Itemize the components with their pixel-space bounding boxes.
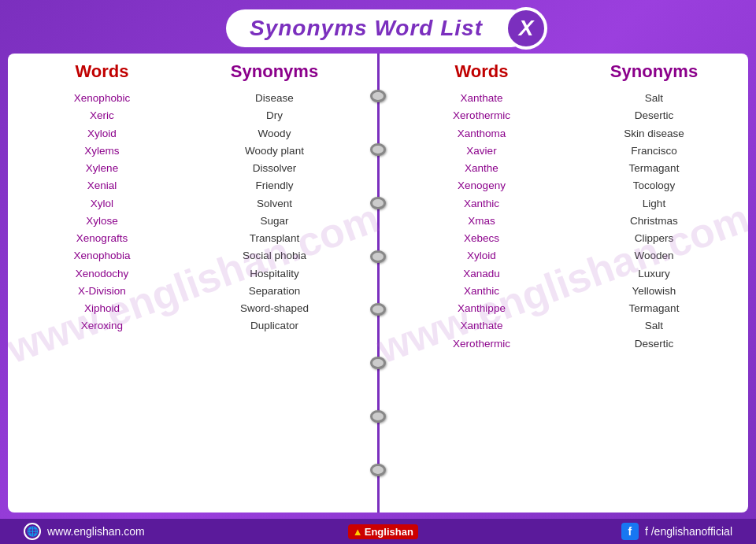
footer-url: www.englishan.com	[47, 525, 145, 538]
footer-logo: ▲ Englishan	[348, 524, 418, 539]
list-item: Dissolver	[253, 160, 297, 177]
footer-social: f f /englishanofficial	[621, 523, 732, 540]
list-item: Xylol	[91, 195, 113, 213]
list-item: Light	[643, 195, 665, 213]
list-item: Xavier	[466, 142, 496, 160]
list-item: Wooden	[634, 247, 673, 265]
left-synonyms-col: DiseaseDryWoodyWoody plantDissolverFrien…	[188, 90, 361, 505]
logo-label: Englishan	[365, 526, 413, 538]
left-col-headers: Words Synonyms	[16, 61, 361, 85]
list-item: Desertic	[635, 107, 674, 124]
right-synonyms-header: Synonyms	[568, 61, 740, 82]
footer-social-text: f /englishanofficial	[645, 525, 732, 538]
list-item: Xylene	[86, 160, 118, 177]
list-item: Salt	[645, 317, 663, 335]
list-item: Luxury	[638, 265, 670, 283]
globe-icon: 🌐	[24, 523, 41, 540]
right-panel: Words Synonyms XanthateXerothermicXantho…	[378, 54, 748, 513]
list-item: Skin disease	[624, 125, 684, 142]
spiral-ring	[370, 464, 386, 476]
footer: 🌐 www.englishan.com ▲ Englishan f f /eng…	[0, 519, 756, 544]
list-item: Termagant	[629, 300, 680, 317]
list-item: Yellowish	[632, 283, 676, 300]
list-item: Woody	[258, 125, 291, 142]
list-item: Xanadu	[463, 265, 500, 283]
list-item: Xenogeny	[458, 177, 506, 194]
list-item: Disease	[255, 90, 294, 107]
list-item: Xenial	[87, 177, 117, 194]
header-title: Synonyms Word List	[250, 16, 483, 41]
list-item: Xenografts	[76, 230, 128, 247]
right-words-col: XanthateXerothermicXanthomaXavierXantheX…	[395, 90, 568, 505]
spiral-ring	[370, 410, 386, 423]
left-synonyms-header: Synonyms	[188, 61, 361, 82]
spiral-ring	[370, 303, 386, 316]
list-item: Xiphoid	[84, 300, 120, 317]
list-item: Xanthoma	[458, 125, 506, 142]
list-item: Woody plant	[245, 142, 304, 160]
list-item: Xerothermic	[453, 335, 510, 353]
left-panel: Words Synonyms XenophobicXericXyloidXyle…	[8, 54, 378, 513]
list-item: Francisco	[631, 142, 677, 160]
list-item: Xanthate	[460, 317, 502, 335]
list-item: Clippers	[635, 230, 674, 247]
list-item: Termagant	[629, 160, 680, 177]
list-item: Solvent	[257, 195, 292, 213]
list-item: Xanthippe	[458, 300, 506, 317]
list-item: Duplicator	[250, 317, 298, 335]
list-item: Xanthe	[465, 160, 498, 177]
list-item: Desertic	[635, 335, 674, 353]
list-item: Xebecs	[464, 230, 499, 247]
list-item: Christmas	[630, 213, 678, 230]
spiral-ring	[370, 143, 386, 156]
list-item: Xenophobia	[73, 247, 130, 265]
header-x-badge: X	[505, 7, 547, 50]
facebook-icon: f	[621, 523, 639, 540]
spiral-binding	[369, 54, 387, 513]
list-item: Xanthate	[460, 90, 502, 107]
right-words-header: Words	[395, 61, 568, 82]
list-item: Salt	[645, 90, 663, 107]
list-item: Xerothermic	[453, 107, 510, 124]
list-item: Dry	[266, 107, 283, 124]
list-item: Xeroxing	[81, 317, 123, 335]
list-item: Xanthic	[464, 195, 499, 213]
list-item: Xenophobic	[74, 90, 130, 107]
left-words-col: XenophobicXericXyloidXylemsXyleneXenialX…	[16, 90, 188, 505]
list-item: Transplant	[250, 230, 299, 247]
list-item: Xyloid	[87, 125, 117, 142]
list-item: Xyloid	[467, 247, 496, 265]
footer-website: 🌐 www.englishan.com	[24, 523, 145, 540]
list-item: Tocology	[633, 177, 675, 194]
list-item: Hospitality	[250, 265, 298, 283]
list-item: Xylose	[86, 213, 118, 230]
spiral-ring	[370, 250, 386, 263]
list-item: Xmas	[468, 213, 495, 230]
list-item: Separation	[249, 283, 300, 300]
header-pill: Synonyms Word List X	[226, 9, 530, 47]
list-item: Sword-shaped	[240, 300, 309, 317]
list-item: X-Division	[78, 283, 126, 300]
spiral-ring	[370, 197, 386, 209]
list-item: Xanthic	[464, 283, 499, 300]
left-words-header: Words	[16, 61, 188, 82]
list-item: Xeric	[90, 107, 114, 124]
list-item: Social phobia	[243, 247, 306, 265]
right-word-rows: XanthateXerothermicXanthomaXavierXantheX…	[395, 90, 740, 505]
header: Synonyms Word List X	[0, 0, 756, 54]
logo-box: ▲ Englishan	[348, 524, 418, 539]
spiral-ring	[370, 90, 386, 102]
list-item: Friendly	[255, 177, 293, 194]
list-item: Sugar	[260, 213, 288, 230]
left-word-rows: XenophobicXericXyloidXylemsXyleneXenialX…	[16, 90, 361, 505]
right-synonyms-col: SaltDeserticSkin diseaseFranciscoTermaga…	[568, 90, 740, 505]
list-item: Xenodochy	[76, 265, 129, 283]
main-content: www.englishan.com www.englishan.com Word…	[8, 54, 748, 513]
right-col-headers: Words Synonyms	[395, 61, 740, 85]
spiral-ring	[370, 357, 386, 369]
list-item: Xylems	[84, 142, 119, 160]
